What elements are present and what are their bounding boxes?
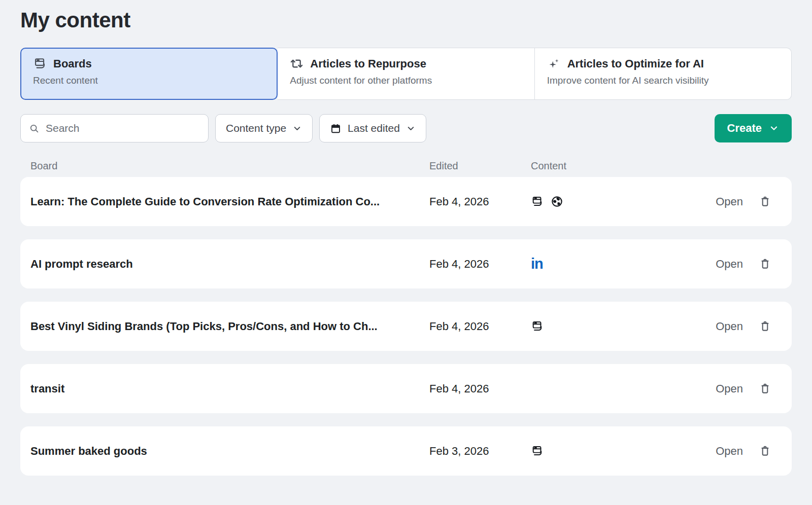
edited-date: Feb 4, 2026 [429,382,531,395]
chevron-down-icon [406,124,416,133]
delete-button[interactable] [758,320,771,333]
column-header-content: Content [531,160,658,172]
delete-button[interactable] [758,382,771,395]
linkedin-icon: in [531,257,543,271]
open-link[interactable]: Open [716,445,743,458]
page-title: My content [20,8,792,32]
create-button[interactable]: Create [715,114,792,142]
filter-toolbar: Content type Last edited Create [20,114,792,142]
edited-date: Feb 3, 2026 [429,445,531,458]
content-icons [531,445,658,457]
search-input[interactable] [45,122,200,135]
column-header-edited: Edited [429,160,531,172]
table-row: AI prompt research Feb 4, 2026 in Open [20,239,792,288]
board-title: Summer baked goods [30,445,429,458]
tab-label: Articles to Optimize for AI [567,57,704,70]
chevron-down-icon [292,124,302,133]
column-header-board: Board [30,160,429,172]
open-link[interactable]: Open [716,258,743,271]
tab-description: Recent content [33,75,265,86]
table-row: Summer baked goods Feb 3, 2026 Open [20,426,792,476]
boards-icon [531,445,544,457]
tab-label: Boards [53,57,92,70]
trash-icon [759,320,771,333]
content-icons: in [531,257,658,271]
trash-icon [759,382,771,395]
last-edited-dropdown[interactable]: Last edited [319,114,426,142]
search-icon [29,123,40,134]
board-title: transit [30,382,429,395]
table-header: Board Edited Content [20,155,792,177]
trash-icon [759,195,771,208]
create-button-label: Create [727,122,762,135]
tab-label: Articles to Repurpose [310,57,426,70]
tab-description: Adjust content for other platforms [290,75,522,86]
sparkles-icon [547,57,561,70]
delete-button[interactable] [758,445,771,458]
tab-articles-to-repurpose[interactable]: Articles to Repurpose Adjust content for… [278,48,534,100]
boards-icon [531,195,544,208]
table-row: Learn: The Complete Guide to Conversion … [20,177,792,226]
trash-icon [759,258,771,270]
globe-icon [551,195,563,208]
repurpose-icon [290,57,303,70]
search-box [20,114,209,142]
tab-articles-to-optimize-for-ai[interactable]: Articles to Optimize for AI Improve cont… [535,48,792,100]
delete-button[interactable] [758,195,771,208]
content-mode-tabs: Boards Recent content Articles to Repurp… [20,48,792,100]
edited-date: Feb 4, 2026 [429,320,531,333]
board-title: AI prompt research [30,258,429,271]
open-link[interactable]: Open [716,195,743,208]
tab-boards[interactable]: Boards Recent content [20,48,278,100]
chevron-down-icon [769,123,779,133]
trash-icon [759,445,771,457]
open-link[interactable]: Open [716,320,743,333]
open-link[interactable]: Open [716,382,743,395]
table-row: transit Feb 4, 2026 Open [20,364,792,413]
content-type-label: Content type [226,122,286,134]
my-content-page: My content Boards Recent content Article… [0,0,812,476]
last-edited-label: Last edited [348,122,400,134]
board-title: Learn: The Complete Guide to Conversion … [30,195,429,208]
content-icons [531,320,658,333]
content-icons [531,195,658,208]
calendar-icon [330,123,342,134]
edited-date: Feb 4, 2026 [429,258,531,271]
content-type-dropdown[interactable]: Content type [215,114,313,142]
delete-button[interactable] [758,258,771,271]
edited-date: Feb 4, 2026 [429,195,531,208]
boards-icon [531,320,544,333]
table-row: Best Vinyl Siding Brands (Top Picks, Pro… [20,302,792,351]
boards-icon [33,57,47,70]
board-title: Best Vinyl Siding Brands (Top Picks, Pro… [30,320,429,333]
tab-description: Improve content for AI search visibility [547,75,779,86]
board-list: Learn: The Complete Guide to Conversion … [20,177,792,476]
